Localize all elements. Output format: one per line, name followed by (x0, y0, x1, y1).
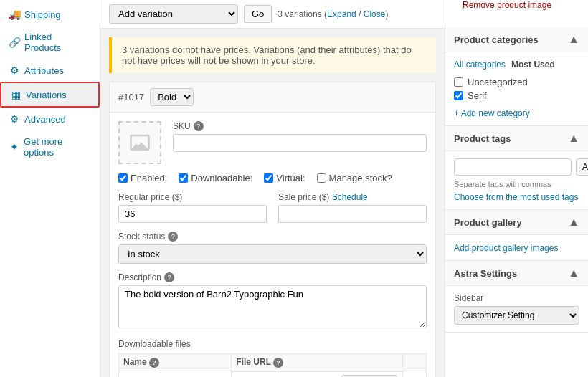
categories-widget-body: All categories Most Used Uncategorized S… (445, 52, 588, 125)
categories-widget-header[interactable]: Product categories ▲ (445, 27, 588, 52)
sku-label: SKU ? (173, 121, 427, 131)
tags-widget: Product tags ▲ Add Separate tags with co… (445, 126, 588, 210)
category-tabs: All categories Most Used (454, 59, 579, 70)
category-item-serif: Serif (454, 89, 579, 102)
uncategorized-checkbox[interactable] (454, 77, 463, 87)
main-content: Add variation Go 3 variations (Expand / … (100, 0, 445, 377)
warning-box: 3 variations do not have prices. Variati… (109, 37, 436, 73)
variation-count: 3 variations (Expand / Close) (278, 9, 388, 19)
sale-price-label: Sale price ($) Schedule (278, 192, 427, 202)
sale-price-field: Sale price ($) Schedule (278, 192, 427, 223)
serif-label: Serif (468, 90, 487, 101)
shipping-icon: 🚚 (9, 9, 20, 20)
category-item-uncategorized: Uncategorized (454, 75, 579, 89)
image-icon (129, 132, 151, 153)
variation-name-select[interactable]: Bold (150, 88, 194, 106)
attributes-icon: ⚙ (9, 65, 20, 76)
dl-name-help-icon: ? (149, 358, 159, 368)
astra-widget-header[interactable]: Astra Settings ▲ (445, 261, 588, 286)
close-link[interactable]: Close (364, 9, 386, 19)
variation-panel: #1017 Bold SKU ? (109, 82, 436, 377)
tags-toggle-icon: ▲ (568, 132, 579, 145)
gallery-toggle-icon: ▲ (568, 216, 579, 229)
regular-price-field: Regular price ($) (118, 192, 267, 223)
tags-input-row: Add (454, 158, 579, 176)
add-variation-select[interactable]: Add variation (109, 4, 238, 24)
regular-price-label: Regular price ($) (118, 192, 267, 202)
dl-table: Name ? File URL ? (118, 353, 427, 377)
categories-toggle-icon: ▲ (568, 33, 579, 46)
all-categories-tab[interactable]: All categories (454, 59, 506, 70)
gallery-widget-body: Add product gallery images (445, 235, 588, 260)
sidebar-item-attributes-label: Attributes (24, 65, 64, 76)
dl-url-help-icon: ? (273, 358, 283, 368)
tags-input[interactable] (454, 158, 572, 176)
sidebar-item-variations[interactable]: ▦ Variations (0, 82, 100, 108)
sidebar-item-linked-products[interactable]: 🔗 Linked Products (0, 26, 100, 59)
categories-widget: Product categories ▲ All categories Most… (445, 27, 588, 126)
sidebar-item-get-more[interactable]: ✦ Get more options (0, 130, 100, 163)
sidebar-item-attributes[interactable]: ⚙ Attributes (0, 59, 100, 82)
sidebar-item-linked-label: Linked Products (24, 32, 91, 53)
sidebar-item-shipping[interactable]: 🚚 Shipping (0, 3, 100, 26)
downloadable-check[interactable]: Downloadable: (179, 173, 252, 183)
description-input[interactable]: The bold version of Barn2 Typographic Fu… (118, 285, 427, 328)
sidebar-item-advanced-label: Advanced (24, 114, 66, 125)
stock-status-select[interactable]: In stock Out of stock On backorder (118, 244, 427, 264)
regular-price-input[interactable] (118, 205, 267, 223)
categories-title: Product categories (454, 34, 539, 45)
gallery-title: Product gallery (454, 217, 522, 228)
most-used-tags-link[interactable]: Choose from the most used tags (454, 192, 578, 202)
uncategorized-label: Uncategorized (468, 77, 528, 87)
variations-icon: ▦ (10, 89, 22, 100)
go-button[interactable]: Go (244, 5, 272, 23)
sale-price-input[interactable] (278, 205, 427, 223)
stock-status-field: Stock status ? In stock Out of stock On … (118, 232, 427, 264)
astra-toggle-icon: ▲ (568, 267, 579, 280)
manage-stock-check[interactable]: Manage stock? (317, 173, 392, 183)
desc-help-icon: ? (164, 272, 174, 282)
dl-row: Choose file ✕ (119, 371, 427, 377)
description-label: Description ? (118, 272, 427, 282)
sidebar-setting-select[interactable]: Customizer Setting Default Sidebar No Si… (454, 306, 579, 325)
dl-files-title: Downloadable files (118, 339, 427, 349)
downloadable-files: Downloadable files Name ? File URL ? (118, 339, 427, 377)
astra-widget-body: Sidebar Customizer Setting Default Sideb… (445, 286, 588, 332)
add-gallery-link[interactable]: Add product gallery images (454, 243, 558, 253)
serif-checkbox[interactable] (454, 91, 463, 100)
variation-image-placeholder[interactable] (118, 121, 161, 164)
link-icon: 🔗 (9, 37, 20, 48)
sidebar-setting-field: Sidebar Customizer Setting Default Sideb… (454, 293, 579, 325)
sidebar-item-shipping-label: Shipping (24, 9, 61, 20)
add-tag-button[interactable]: Add (576, 158, 588, 176)
tags-widget-header[interactable]: Product tags ▲ (445, 126, 588, 151)
sidebar-item-advanced[interactable]: ⚙ Advanced (0, 108, 100, 130)
remove-product-image-link[interactable]: Remove product image (454, 0, 579, 16)
tags-widget-body: Add Separate tags with commas Choose fro… (445, 151, 588, 209)
variation-header: #1017 Bold (110, 82, 435, 113)
gallery-widget-header[interactable]: Product gallery ▲ (445, 210, 588, 235)
dl-url-col: File URL ? (232, 354, 403, 371)
variation-id: #1017 (118, 92, 144, 102)
virtual-check[interactable]: Virtual: (264, 173, 305, 183)
gallery-widget: Product gallery ▲ Add product gallery im… (445, 210, 588, 261)
sidebar-setting-label: Sidebar (454, 293, 579, 303)
most-used-tab[interactable]: Most Used (511, 59, 555, 70)
tags-hint: Separate tags with commas (454, 180, 579, 188)
expand-link[interactable]: Expand (327, 9, 356, 19)
advanced-icon: ⚙ (9, 113, 20, 125)
stock-help-icon: ? (168, 232, 178, 242)
sidebar-item-get-more-label: Get more options (24, 136, 91, 158)
tags-title: Product tags (454, 133, 511, 144)
schedule-link[interactable]: Schedule (332, 192, 368, 202)
sku-field: SKU ? (173, 121, 427, 152)
sku-help-icon: ? (194, 121, 204, 131)
get-more-icon: ✦ (9, 141, 19, 153)
astra-widget: Astra Settings ▲ Sidebar Customizer Sett… (445, 261, 588, 333)
description-field: Description ? The bold version of Barn2 … (118, 272, 427, 330)
sku-input[interactable] (173, 134, 427, 152)
price-row: Regular price ($) Sale price ($) Schedul… (118, 192, 427, 223)
add-category-link[interactable]: + Add new category (454, 108, 579, 118)
dl-actions-col (403, 354, 427, 371)
enabled-check[interactable]: Enabled: (118, 173, 167, 183)
